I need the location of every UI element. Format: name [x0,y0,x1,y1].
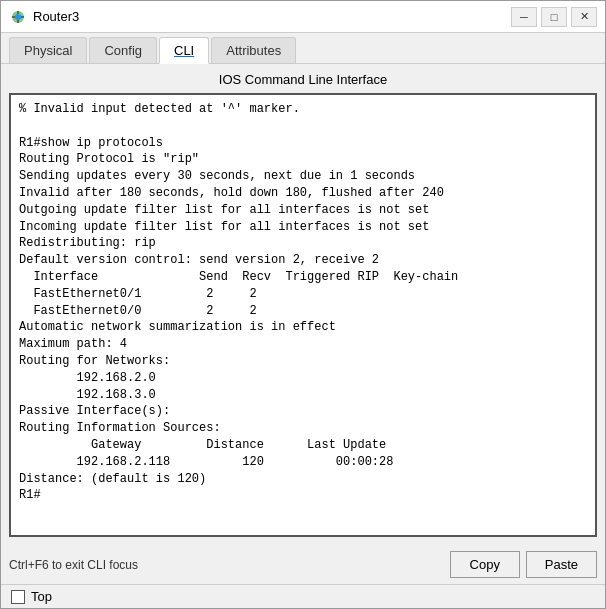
top-checkbox[interactable] [11,590,25,604]
status-text: Ctrl+F6 to exit CLI focus [9,558,138,572]
tab-config[interactable]: Config [89,37,157,63]
section-title: IOS Command Line Interface [9,72,597,87]
tab-bar: Physical Config CLI Attributes [1,33,605,64]
tab-physical[interactable]: Physical [9,37,87,63]
app-icon [9,8,27,26]
maximize-button[interactable]: □ [541,7,567,27]
content-area: IOS Command Line Interface % Invalid inp… [1,64,605,545]
window-controls: ─ □ ✕ [511,7,597,27]
action-buttons: Copy Paste [450,551,597,578]
main-window: Router3 ─ □ ✕ Physical Config CLI Attrib… [0,0,606,609]
close-button[interactable]: ✕ [571,7,597,27]
paste-button[interactable]: Paste [526,551,597,578]
copy-button[interactable]: Copy [450,551,520,578]
tab-cli[interactable]: CLI [159,37,209,64]
cli-output[interactable]: % Invalid input detected at '^' marker. … [9,93,597,537]
window-title: Router3 [33,9,511,24]
title-bar: Router3 ─ □ ✕ [1,1,605,33]
minimize-button[interactable]: ─ [511,7,537,27]
svg-point-1 [15,14,21,20]
top-label: Top [31,589,52,604]
footer: Top [1,584,605,608]
bottom-bar: Ctrl+F6 to exit CLI focus Copy Paste [1,545,605,584]
tab-attributes[interactable]: Attributes [211,37,296,63]
